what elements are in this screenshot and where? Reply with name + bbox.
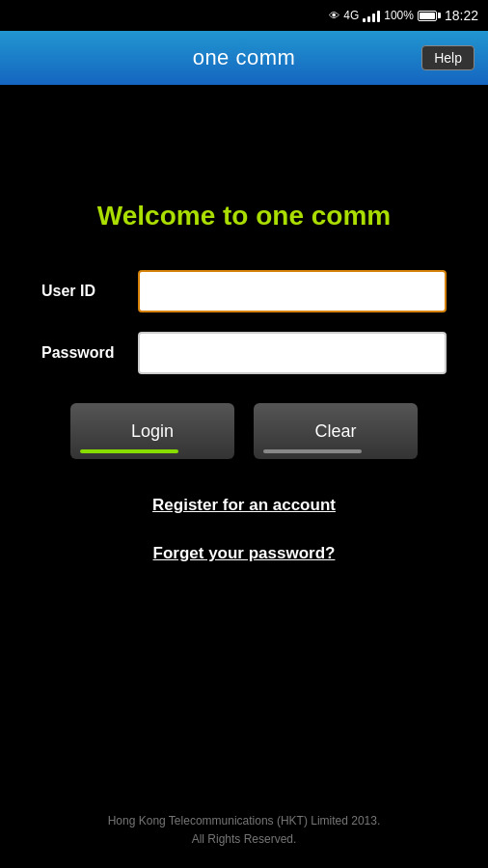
- welcome-text: Welcome to one comm: [97, 201, 391, 231]
- password-label: Password: [41, 344, 138, 362]
- password-row: Password: [41, 332, 447, 374]
- time-label: 18:22: [445, 8, 478, 23]
- app-title: one comm: [193, 45, 296, 70]
- password-input[interactable]: [138, 332, 447, 374]
- userid-label: User ID: [41, 283, 138, 300]
- data-icon: 👁: [329, 10, 339, 21]
- app-header: one comm Help: [0, 31, 488, 85]
- battery-percent: 100%: [384, 9, 414, 22]
- network-label: 4G: [343, 9, 359, 22]
- footer: Hong Kong Telecommunications (HKT) Limit…: [0, 812, 488, 849]
- login-button[interactable]: Login: [70, 403, 234, 459]
- forgot-password-link[interactable]: Forget your password?: [153, 544, 336, 563]
- clear-button[interactable]: Clear: [254, 403, 418, 459]
- button-row: Login Clear: [41, 403, 447, 459]
- battery-icon: [418, 11, 437, 21]
- login-form: User ID Password: [41, 270, 447, 393]
- status-bar: 👁 4G 100% 18:22: [0, 0, 488, 31]
- userid-input[interactable]: [138, 270, 447, 312]
- help-button[interactable]: Help: [421, 45, 474, 70]
- signal-bars: [363, 9, 380, 22]
- footer-line2: All Rights Reserved.: [0, 830, 488, 849]
- userid-row: User ID: [41, 270, 447, 312]
- status-icons: 👁 4G 100% 18:22: [329, 8, 478, 23]
- main-content: Welcome to one comm User ID Password Log…: [0, 85, 488, 868]
- footer-line1: Hong Kong Telecommunications (HKT) Limit…: [0, 812, 488, 830]
- register-link[interactable]: Register for an account: [152, 496, 336, 515]
